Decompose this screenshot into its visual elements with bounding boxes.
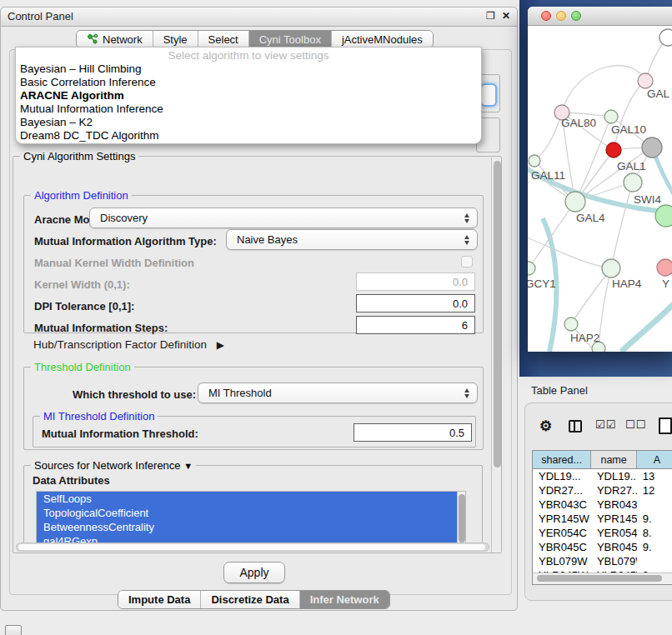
table-cell[interactable]: 9.: [637, 512, 672, 526]
tab-network[interactable]: Network: [77, 31, 153, 48]
settings-vertical-scrollbar-thumb[interactable]: [494, 161, 501, 468]
gear-icon[interactable]: ⚙: [539, 418, 552, 435]
settings-vertical-scrollbar[interactable]: [491, 158, 501, 552]
table-cell[interactable]: 13: [637, 469, 672, 483]
table-row[interactable]: YBR045CYBR045C9.: [533, 540, 672, 554]
close-traffic-light-icon[interactable]: [541, 11, 551, 21]
node-gal1[interactable]: [624, 173, 642, 192]
apply-button[interactable]: Apply: [223, 562, 285, 583]
menu-item-bayesian-hill-climbing[interactable]: Bayesian – Hill Climbing: [20, 62, 142, 75]
settings-horizontal-scrollbar-thumb[interactable]: [18, 544, 485, 550]
node-red[interactable]: [606, 142, 621, 158]
menu-item-aracne-algorithm[interactable]: ARACNE Algorithm: [20, 89, 124, 102]
mi-algorithm-type-select[interactable]: Naive Bayes: [226, 229, 478, 250]
column-header-shared-name[interactable]: shared...: [533, 451, 591, 468]
dpi-tolerance-input[interactable]: 0.0: [356, 294, 475, 312]
float-window-icon[interactable]: ❐: [486, 10, 495, 22]
node-gal10[interactable]: [604, 110, 618, 123]
kernel-width-input[interactable]: 0.0: [356, 272, 475, 291]
node-gcy1[interactable]: [528, 262, 535, 275]
tab-discretize-data[interactable]: Discretize Data: [201, 591, 299, 608]
node-hap4[interactable]: [602, 259, 620, 278]
table-cell[interactable]: [637, 554, 672, 568]
which-threshold-select[interactable]: MI Threshold: [198, 382, 478, 403]
minimize-traffic-light-icon[interactable]: [556, 11, 566, 21]
network-edge: [562, 66, 645, 112]
columns-icon[interactable]: [569, 420, 582, 432]
node-salmon-label: Y: [662, 278, 669, 290]
file-icon[interactable]: [659, 418, 672, 434]
table-cell[interactable]: YBL079W: [591, 554, 637, 568]
aracne-mode-select[interactable]: Discovery: [89, 208, 478, 228]
tab-jactivemnodules[interactable]: jActiveMNodules: [332, 31, 433, 48]
menu-item-basic-correlation-inference[interactable]: Basic Correlation Inference: [20, 76, 156, 88]
expander-down-icon[interactable]: ▼: [183, 461, 193, 471]
menu-item-bayesian-k2[interactable]: Bayesian – K2: [20, 116, 93, 128]
table-horizontal-scrollbar[interactable]: [533, 572, 672, 584]
which-threshold-label: Which threshold to use:: [73, 388, 196, 401]
table-cell[interactable]: YPR145W: [533, 512, 591, 526]
table-cell[interactable]: YER054C: [533, 526, 591, 540]
table-cell[interactable]: YER054C: [591, 526, 637, 540]
stepper-arrows-icon: [464, 235, 469, 245]
column-header-cut[interactable]: A: [637, 451, 672, 468]
table-row[interactable]: YBL079WYBL079W: [533, 554, 672, 568]
table-cell[interactable]: 12: [637, 483, 672, 498]
tab-infer-network[interactable]: Infer Network: [300, 591, 389, 608]
close-icon[interactable]: ✕: [502, 10, 510, 22]
mi-threshold-input[interactable]: 0.5: [354, 423, 472, 442]
tab-impute-data[interactable]: Impute Data: [118, 591, 201, 608]
table-cell[interactable]: YBR045C: [533, 540, 591, 554]
control-panel-titlebar[interactable]: Control Panel ❐ ✕: [1, 8, 517, 27]
table-cell[interactable]: [637, 498, 672, 512]
list-item-betweennesscentrality[interactable]: BetweennessCentrality: [37, 520, 465, 534]
node-swi4[interactable]: [655, 205, 672, 227]
node-gal-cut[interactable]: [638, 73, 653, 88]
node-gal11[interactable]: [529, 155, 540, 167]
network-canvas[interactable]: GALGAL80GAL10GAL11GAL1GAL4SWI4GCY1HAP4YH…: [528, 25, 672, 352]
table-cell[interactable]: 8.: [637, 526, 672, 540]
table-cell[interactable]: YBR045C: [591, 540, 637, 554]
node-gal4[interactable]: [565, 192, 585, 212]
mi-threshold-definition-title: MI Threshold Definition: [40, 410, 158, 422]
table-horizontal-scrollbar-thumb[interactable]: [537, 575, 662, 582]
table-row[interactable]: YPR145WYPR145W9.: [533, 512, 672, 526]
table-row[interactable]: YBR043CYBR043C: [533, 498, 672, 512]
table-cell[interactable]: YBR043C: [591, 498, 637, 512]
tab-select[interactable]: Select: [198, 31, 249, 48]
deselect-all-checkboxes-icon[interactable]: ☐☐: [625, 418, 646, 431]
attributes-list-scrollbar-thumb[interactable]: [459, 494, 465, 542]
table-row[interactable]: YDR27...YDR27...12: [533, 483, 672, 498]
attributes-list-scrollbar[interactable]: [457, 492, 465, 550]
table-cell[interactable]: YPR145W: [591, 512, 637, 526]
mi-steps-input[interactable]: 6: [356, 316, 475, 334]
node-salmon[interactable]: [657, 259, 672, 276]
table-cell[interactable]: YDL19...: [533, 469, 591, 483]
list-item-selfloops[interactable]: SelfLoops: [37, 492, 465, 506]
table-cell[interactable]: YBR043C: [533, 498, 591, 512]
table-row[interactable]: YDL19...YDL19...13: [533, 469, 672, 483]
settings-horizontal-scrollbar[interactable]: [16, 542, 489, 552]
hub-definition-expander[interactable]: Hub/Transcription Factor Definition ▶: [33, 338, 224, 351]
tab-cyni-toolbox[interactable]: Cyni Toolbox: [249, 31, 332, 48]
table-row[interactable]: YER054CYER054C8.: [533, 526, 672, 540]
minimized-panel-icon[interactable]: [5, 625, 22, 635]
table-cell[interactable]: YDL19...: [591, 469, 637, 483]
select-all-checkboxes-icon[interactable]: ☑☑: [595, 418, 616, 431]
table-cell[interactable]: 9.: [637, 540, 672, 554]
menu-item-dream8-dc-tdc[interactable]: Dream8 DC_TDC Algorithm: [20, 129, 159, 142]
column-header-name[interactable]: name: [591, 451, 637, 468]
node-gray[interactable]: [642, 138, 662, 158]
network-window-titlebar[interactable]: [528, 7, 672, 26]
menu-item-mutual-information-inference[interactable]: Mutual Information Inference: [20, 102, 163, 115]
node-top-white[interactable]: [659, 29, 672, 46]
zoom-traffic-light-icon[interactable]: [571, 11, 581, 21]
node-hap2[interactable]: [564, 318, 578, 331]
manual-kernel-width-checkbox[interactable]: [461, 256, 473, 268]
list-item-topologicalcoefficient[interactable]: TopologicalCoefficient: [37, 506, 465, 520]
tab-style[interactable]: Style: [153, 31, 198, 48]
table-cell[interactable]: YDR27...: [591, 483, 637, 498]
table-cell[interactable]: YBL079W: [533, 554, 591, 568]
table-cell[interactable]: YDR27...: [533, 483, 591, 498]
network-edge: [611, 182, 633, 268]
